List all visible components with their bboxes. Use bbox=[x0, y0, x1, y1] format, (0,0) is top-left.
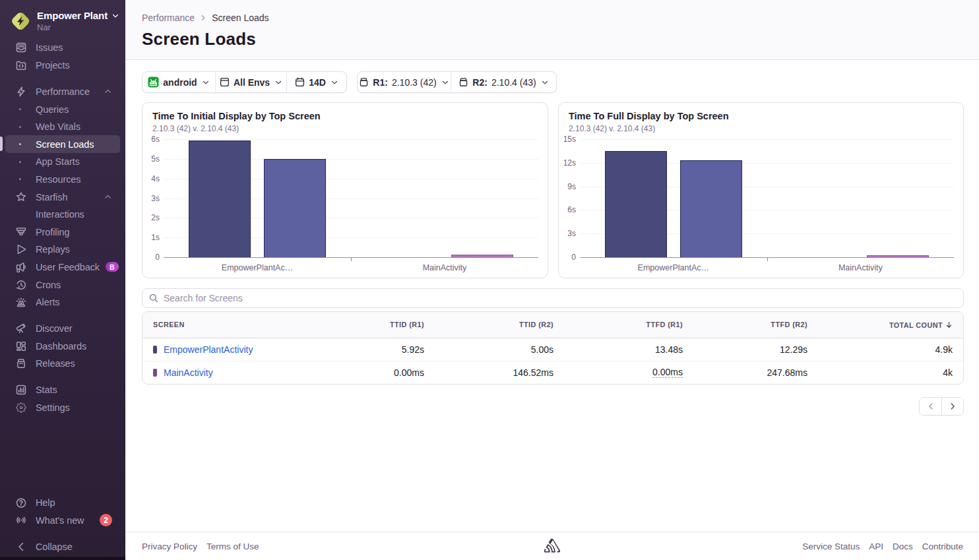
search-input[interactable] bbox=[164, 293, 957, 303]
bar-EmpowerPlantAc-r2[interactable] bbox=[680, 160, 742, 257]
previous-page-button[interactable] bbox=[920, 398, 941, 415]
sidebar-item-performance[interactable]: Performance bbox=[5, 83, 120, 101]
sidebar-item-label: Settings bbox=[36, 402, 70, 413]
sidebar-item-user-feedback[interactable]: User FeedbackB bbox=[5, 259, 120, 276]
sidebar-item-interactions[interactable]: Interactions bbox=[5, 206, 120, 224]
page-footer: Privacy PolicyTerms of Use Service Statu… bbox=[125, 532, 979, 560]
sidebar-item-stats[interactable]: Stats bbox=[5, 381, 120, 399]
x-axis-tick bbox=[351, 258, 352, 261]
beta-badge: B bbox=[106, 262, 118, 272]
release-box-icon bbox=[359, 77, 369, 87]
footer-link-terms-of-use[interactable]: Terms of Use bbox=[206, 542, 259, 551]
sidebar-item-alerts[interactable]: Alerts bbox=[5, 294, 120, 311]
sidebar-item-label: What's new bbox=[36, 515, 84, 526]
sidebar-item-crons[interactable]: Crons bbox=[5, 276, 120, 294]
sidebar-collapse-button[interactable]: Collapse bbox=[5, 538, 120, 555]
release1-filter[interactable]: R1: 2.10.3 (42) bbox=[358, 72, 451, 92]
sidebar-item-queries[interactable]: Queries bbox=[5, 100, 120, 118]
sidebar-item-projects[interactable]: Projects bbox=[5, 57, 120, 75]
footer-link-privacy-policy[interactable]: Privacy Policy bbox=[142, 542, 197, 551]
bar-EmpowerPlantAc-r2[interactable] bbox=[264, 159, 326, 257]
sidebar-item-starfish[interactable]: Starfish bbox=[5, 188, 120, 206]
performance-icon bbox=[16, 86, 26, 97]
project-filter-label: android bbox=[163, 77, 197, 88]
sidebar-item-screen-loads[interactable]: Screen Loads bbox=[5, 135, 120, 153]
environment-filter[interactable]: All Envs bbox=[215, 72, 286, 92]
search-icon bbox=[149, 294, 158, 303]
screen-link[interactable]: EmpowerPlantActivity bbox=[164, 344, 253, 355]
ttid-chart-panel: Time To Initial Display by Top Screen 2.… bbox=[142, 102, 548, 278]
date-range-filter[interactable]: 14D bbox=[286, 72, 346, 92]
x-axis-category-label: EmpowerPlantAc… bbox=[222, 263, 293, 272]
column-header-total-count[interactable]: TOTAL COUNT bbox=[818, 312, 963, 338]
sidebar-item-settings[interactable]: Settings bbox=[5, 399, 120, 417]
sidebar-item-help[interactable]: Help bbox=[5, 494, 120, 512]
y-axis-tick-label: 1s bbox=[142, 233, 160, 242]
org-switcher[interactable]: Empower Plant Nar bbox=[0, 0, 125, 42]
sidebar-item-releases[interactable]: Releases bbox=[5, 355, 120, 373]
bar-MainActivity-r2[interactable] bbox=[451, 255, 513, 257]
dashboards-icon bbox=[16, 341, 26, 352]
sidebar-item-label: User Feedback bbox=[36, 262, 100, 272]
sidebar-item-replays[interactable]: Replays bbox=[5, 241, 120, 259]
footer-link-service-status[interactable]: Service Status bbox=[802, 542, 860, 551]
sidebar-item-label: Stats bbox=[36, 385, 57, 395]
calendar-icon bbox=[295, 77, 305, 87]
ttfd-r2-value: 247.68ms bbox=[693, 361, 818, 384]
column-header-ttfd-r2-[interactable]: TTFD (R2) bbox=[693, 312, 818, 338]
sidebar-item-resources[interactable]: Resources bbox=[5, 171, 120, 189]
date-range-filter-label: 14D bbox=[309, 77, 326, 88]
breadcrumb: Performance Screen Loads bbox=[142, 13, 269, 23]
sidebar-item-label: Starfish bbox=[36, 192, 67, 202]
y-axis-tick-label: 9s bbox=[559, 182, 576, 191]
release2-label: R2: bbox=[472, 77, 488, 88]
sidebar-item-dashboards[interactable]: Dashboards bbox=[5, 338, 120, 356]
sidebar-item-label: Releases bbox=[36, 358, 75, 369]
bar-EmpowerPlantAc-r1[interactable] bbox=[189, 140, 251, 257]
sidebar-item-label: Queries bbox=[36, 104, 69, 115]
column-header-ttid-r1-[interactable]: TTID (R1) bbox=[305, 312, 435, 338]
bullet-dot-icon bbox=[9, 108, 36, 110]
screen-link[interactable]: MainActivity bbox=[164, 367, 213, 378]
sidebar-item-issues[interactable]: Issues bbox=[5, 39, 120, 57]
chevron-down-icon bbox=[441, 78, 449, 86]
sidebar-item-label: Resources bbox=[36, 174, 80, 185]
footer-link-api[interactable]: API bbox=[869, 542, 883, 551]
project-filter[interactable]: android bbox=[142, 72, 215, 92]
bullet-dot-icon bbox=[9, 161, 36, 163]
footer-link-contribute[interactable]: Contribute bbox=[922, 542, 963, 551]
chevron-up-icon bbox=[104, 87, 112, 96]
y-axis-tick-label: 15s bbox=[559, 135, 576, 144]
breadcrumb-screen-loads: Screen Loads bbox=[212, 13, 268, 23]
sidebar-item-web-vitals[interactable]: Web Vitals bbox=[5, 118, 120, 136]
y-axis-tick-label: 6s bbox=[142, 135, 160, 144]
sidebar-item-app-starts[interactable]: App Starts bbox=[5, 153, 120, 171]
chevron-right-icon bbox=[200, 15, 206, 21]
y-axis-tick-label: 3s bbox=[559, 229, 576, 238]
release2-filter[interactable]: R2: 2.10.4 (43) bbox=[451, 72, 556, 92]
bar-EmpowerPlantAc-r1[interactable] bbox=[605, 151, 667, 257]
breadcrumb-performance[interactable]: Performance bbox=[142, 13, 195, 23]
chevron-down-icon bbox=[202, 78, 210, 86]
sidebar-item-profiling[interactable]: Profiling bbox=[5, 223, 120, 241]
gridline bbox=[580, 139, 954, 140]
alerts-icon bbox=[16, 297, 26, 307]
bar-MainActivity-r2[interactable] bbox=[867, 255, 929, 257]
sidebar-item-what-s-new[interactable]: What's new 2 bbox=[5, 511, 120, 529]
sidebar-item-label: Help bbox=[36, 497, 55, 508]
ttfd-chart[interactable]: 03s6s9s12s15sEmpowerPlantAc…MainActivity bbox=[580, 139, 954, 257]
ttid-chart[interactable]: 01s2s3s4s5s6sEmpowerPlantAc…MainActivity bbox=[164, 139, 538, 257]
column-header-screen[interactable]: SCREEN bbox=[142, 312, 305, 338]
column-header-ttfd-r1-[interactable]: TTFD (R1) bbox=[564, 312, 693, 338]
release1-label: R1: bbox=[373, 77, 388, 88]
chevron-down-icon bbox=[541, 78, 549, 86]
page-header: Performance Screen Loads Screen Loads bbox=[125, 0, 979, 60]
sidebar-item-label: Dashboards bbox=[36, 341, 86, 352]
footer-link-docs[interactable]: Docs bbox=[893, 542, 913, 551]
x-axis-category-label: EmpowerPlantAc… bbox=[638, 263, 709, 272]
y-axis-tick-label: 6s bbox=[559, 205, 576, 214]
column-header-ttid-r2-[interactable]: TTID (R2) bbox=[435, 312, 564, 338]
next-page-button[interactable] bbox=[941, 398, 963, 415]
sidebar-item-discover[interactable]: Discover bbox=[5, 320, 120, 338]
page-filter-group: android All Envs bbox=[142, 71, 347, 93]
